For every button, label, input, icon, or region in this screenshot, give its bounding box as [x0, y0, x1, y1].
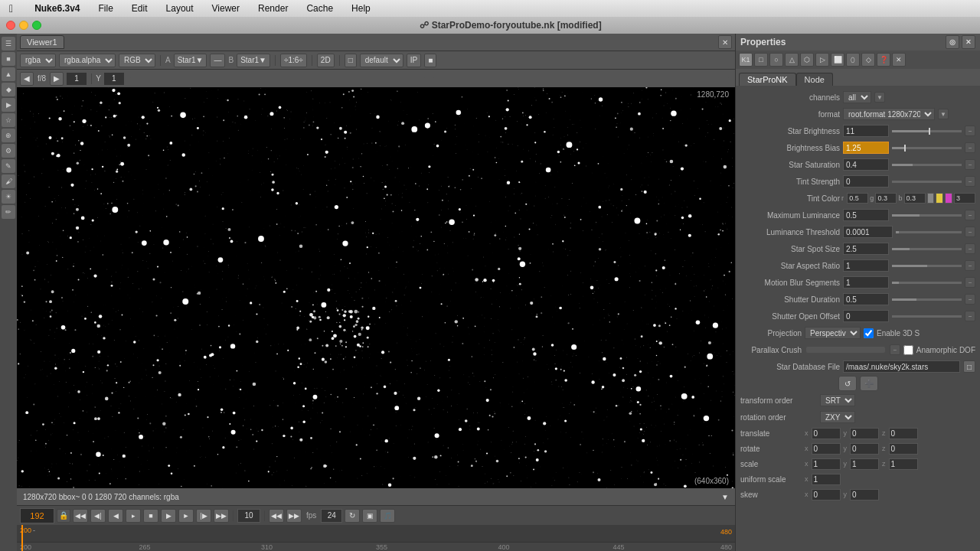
lut-select[interactable]: default: [360, 54, 403, 67]
lock-btn[interactable]: 🔒: [57, 509, 70, 523]
translate-y-input[interactable]: [850, 428, 879, 439]
star-aspect-ratio-anim[interactable]: ~: [965, 260, 975, 271]
menu-layout[interactable]: Layout: [163, 2, 197, 15]
colorspace-select[interactable]: rgba: [20, 54, 56, 67]
skew-y-input[interactable]: [850, 489, 879, 500]
max-luminance-anim[interactable]: ~: [965, 210, 975, 220]
translate-x-input[interactable]: [812, 428, 841, 439]
y-input[interactable]: [103, 72, 125, 86]
toolbar-icon-6[interactable]: ☆: [2, 113, 15, 127]
motion-blur-segments-slider[interactable]: [892, 282, 962, 284]
toolbar-icon-12[interactable]: ✏: [2, 205, 15, 219]
transform-order-select[interactable]: SRT STR RST: [820, 394, 855, 406]
shutter-duration-input[interactable]: [843, 293, 889, 305]
shutter-duration-slider[interactable]: [892, 298, 962, 301]
shutter-duration-anim[interactable]: ~: [965, 294, 975, 305]
menu-render[interactable]: Render: [255, 2, 291, 15]
apple-menu[interactable]: : [6, 1, 16, 16]
props-tb-k1[interactable]: K1: [739, 53, 753, 67]
prev-range-btn[interactable]: ◀◀: [269, 509, 284, 523]
star-aspect-ratio-slider[interactable]: [892, 265, 962, 267]
db-reload-btn[interactable]: ↺: [838, 376, 857, 391]
props-tb-10[interactable]: ❓: [877, 53, 890, 67]
star-brightness-slider[interactable]: [892, 130, 962, 132]
toolbar-icon-8[interactable]: ⚙: [2, 144, 15, 158]
motion-blur-segments-input[interactable]: [843, 276, 889, 289]
scale-y-input[interactable]: [850, 458, 879, 470]
toolbar-icon-10[interactable]: 🖌: [2, 174, 15, 188]
goto-end-btn[interactable]: ▶▶: [214, 509, 229, 523]
star-saturation-slider[interactable]: [892, 164, 962, 166]
toolbar-icon-7[interactable]: ⊕: [2, 129, 15, 142]
tint-a-input[interactable]: [954, 193, 975, 204]
translate-z-input[interactable]: [889, 428, 918, 439]
tint-r-input[interactable]: [847, 193, 868, 204]
viewer-close[interactable]: ✕: [718, 35, 732, 49]
props-tb-close[interactable]: ✕: [892, 53, 906, 67]
scale-z-input[interactable]: [889, 458, 918, 470]
minimize-button[interactable]: [19, 21, 28, 30]
shutter-open-offset-anim[interactable]: ~: [965, 311, 975, 321]
status-dropdown[interactable]: ▼: [721, 493, 729, 501]
rotate-z-input[interactable]: [889, 443, 918, 455]
channels-menu-btn[interactable]: ▼: [874, 92, 885, 103]
toolbar-icon-9[interactable]: ✎: [2, 159, 15, 173]
rotation-order-select[interactable]: ZXY XYZ ZYX: [820, 411, 855, 423]
rotate-y-input[interactable]: [850, 443, 879, 455]
enable-3d-checkbox[interactable]: [864, 328, 874, 338]
props-pin-btn[interactable]: ◎: [946, 35, 959, 49]
timeline-ruler[interactable]: 200 265 310 355 400 445 480 200 - 480: [17, 525, 735, 551]
star-database-file-input[interactable]: [843, 360, 960, 373]
menu-cache[interactable]: Cache: [303, 2, 336, 15]
channels-select[interactable]: RGB: [119, 54, 155, 67]
tint-strength-slider[interactable]: [892, 181, 962, 183]
brightness-bias-input[interactable]: [843, 142, 889, 154]
props-tb-4[interactable]: △: [785, 53, 799, 67]
proxy-btn[interactable]: □: [345, 54, 357, 67]
input-a-extra[interactable]: —: [210, 54, 225, 67]
scale-select[interactable]: ÷1:6÷: [280, 54, 307, 67]
toolbar-icon-5[interactable]: ▶: [2, 98, 15, 112]
props-tb-2[interactable]: □: [754, 53, 768, 67]
shutter-open-offset-slider[interactable]: [892, 315, 962, 318]
props-tb-6[interactable]: ▷: [815, 53, 829, 67]
menu-file[interactable]: File: [96, 2, 116, 15]
frame-input[interactable]: [66, 72, 87, 86]
toolbar-icon-4[interactable]: ◆: [2, 83, 15, 96]
goto-start-btn[interactable]: ◀◀: [73, 509, 88, 523]
ip-btn[interactable]: IP: [407, 54, 421, 67]
star-saturation-anim[interactable]: ~: [965, 159, 975, 170]
projection-select[interactable]: Perspectiv: [805, 327, 861, 339]
props-tb-9[interactable]: ◇: [861, 53, 875, 67]
file-browse-btn[interactable]: □: [963, 360, 975, 373]
y-scrubber[interactable]: [433, 77, 729, 80]
input-a-select[interactable]: Star1 ▼: [174, 54, 207, 67]
star-brightness-anim[interactable]: ~: [965, 126, 975, 136]
mode-select[interactable]: 2D: [317, 54, 335, 67]
extra-btn[interactable]: ■: [424, 54, 436, 67]
prev-kf-btn[interactable]: ◀|: [90, 509, 106, 523]
skew-x-input[interactable]: [812, 489, 841, 500]
star-aspect-ratio-input[interactable]: [843, 259, 889, 272]
format-menu-btn[interactable]: ▼: [938, 109, 949, 119]
props-tb-7[interactable]: ⬜: [831, 53, 844, 67]
luminance-threshold-input[interactable]: [843, 226, 893, 238]
tint-strength-input[interactable]: [843, 175, 889, 187]
current-frame-input[interactable]: [20, 508, 54, 523]
stop-btn[interactable]: ■: [143, 509, 158, 523]
input-b-select[interactable]: Star1 ▼: [237, 54, 270, 67]
toolbar-icon-2[interactable]: ■: [2, 52, 15, 66]
next-kf-btn[interactable]: |▶: [196, 509, 211, 523]
scale-x-input[interactable]: [812, 458, 841, 470]
props-tb-8[interactable]: ⬯: [846, 53, 860, 67]
parallax-slider[interactable]: [806, 347, 885, 353]
loop-btn[interactable]: ↻: [345, 509, 360, 523]
tint-g-input[interactable]: [875, 193, 897, 204]
toolbar-icon-1[interactable]: ☰: [2, 37, 15, 51]
shutter-open-offset-input[interactable]: [843, 310, 889, 322]
next-frame-tl-btn[interactable]: ►: [178, 509, 194, 523]
star-spot-size-slider[interactable]: [892, 248, 962, 250]
viewer-tab[interactable]: Viewer1: [20, 35, 64, 49]
prev-frame-btn[interactable]: ◀: [20, 72, 34, 86]
tint-b-input[interactable]: [904, 193, 926, 204]
